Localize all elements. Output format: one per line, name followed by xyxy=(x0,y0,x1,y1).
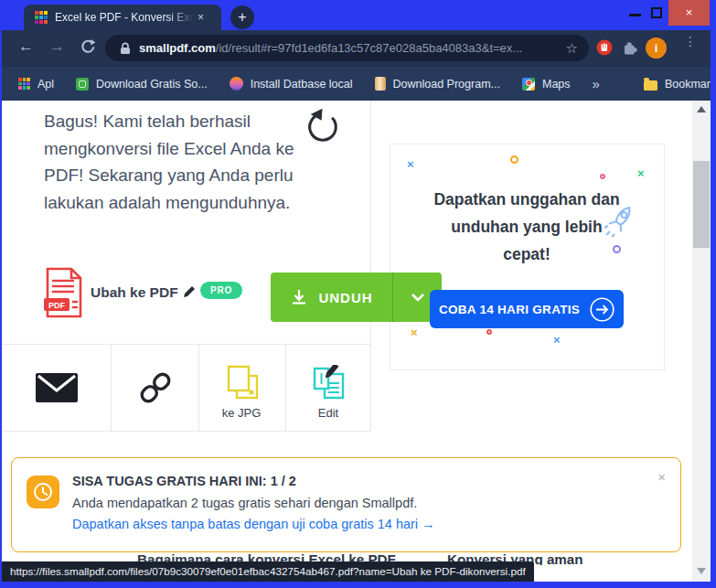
gradient-sphere-icon xyxy=(230,77,243,91)
chevron-down-icon xyxy=(411,293,425,302)
bookmark-label: Download Program... xyxy=(393,78,500,91)
bookmark-label: Install Datbase local xyxy=(251,78,353,91)
bookmark-item-download-gratis[interactable]: Download Gratis So... xyxy=(76,78,208,91)
reload-button[interactable] xyxy=(80,38,96,59)
link-chain-icon xyxy=(136,369,175,407)
quota-title: SISA TUGAS GRATIS HARI INI: 1 / 2 xyxy=(72,474,296,488)
adblock-extension-icon[interactable] xyxy=(596,39,613,59)
window-frame-right xyxy=(711,0,716,588)
browser-window: Excel ke PDF - Konversi Excel ke F × + ×… xyxy=(0,0,716,588)
status-url-bubble: https://files.smallpdf.com/files/07b9c30… xyxy=(2,561,534,582)
google-maps-icon xyxy=(522,78,535,91)
quota-trial-link[interactable]: Dapatkan akses tanpa batas dengan uji co… xyxy=(72,517,435,531)
download-icon xyxy=(290,288,308,306)
page-content: Bagus! Kami telah berhasil mengkonversi … xyxy=(2,101,692,582)
cell-divider xyxy=(285,345,286,431)
confetti-ring-red xyxy=(486,329,492,335)
url-text: smallpdf.com/id/result#r=97fd1ed6fa13c57… xyxy=(139,41,561,55)
confetti-x-blue2: × xyxy=(553,333,561,347)
bookmark-other-folder[interactable]: Bookmark lain xyxy=(644,78,716,91)
pdf-badge-text: PDF xyxy=(48,301,66,310)
tab-close-icon[interactable]: × xyxy=(198,11,204,24)
share-email-button[interactable] xyxy=(36,373,78,406)
scrollbar-thumb[interactable] xyxy=(693,161,710,248)
email-envelope-icon xyxy=(36,373,78,402)
reload-icon xyxy=(80,38,96,54)
bookmark-label: Bookmark lain xyxy=(665,78,716,91)
url-path: /id/result#r=97fd1ed6fa13c57c87e028a5ba4… xyxy=(216,41,522,55)
share-link-button[interactable] xyxy=(136,369,175,411)
forward-button[interactable]: → xyxy=(49,37,65,56)
lock-icon xyxy=(120,42,131,55)
confetti-ring-orange xyxy=(510,155,518,164)
browser-tab[interactable]: Excel ke PDF - Konversi Excel ke F × xyxy=(24,5,221,30)
download-button[interactable]: UNDUH xyxy=(271,273,442,322)
circled-arrow-icon xyxy=(590,297,614,322)
bookmark-item-apl[interactable]: Apl xyxy=(18,78,54,91)
bookmark-label: Download Gratis So... xyxy=(96,78,208,91)
restart-arrow-icon xyxy=(304,106,342,144)
bookmark-label: Maps xyxy=(542,78,571,91)
notice-close-icon[interactable]: × xyxy=(657,469,666,485)
file-name: Ubah ke PDF xyxy=(91,284,178,301)
cell-divider xyxy=(111,345,112,431)
download-button-label: UNDUH xyxy=(318,290,372,305)
to-jpg-button[interactable] xyxy=(226,365,261,405)
url-domain: smallpdf.com xyxy=(139,41,216,55)
confetti-x-yellow: × xyxy=(411,326,418,339)
bookmark-item-maps[interactable]: Maps xyxy=(522,78,571,91)
confetti-x-green: × xyxy=(637,166,645,180)
window-frame-bottom xyxy=(0,582,716,588)
menu-kebab-icon[interactable]: ⋮ xyxy=(684,38,697,45)
extensions-puzzle-icon[interactable] xyxy=(622,40,637,59)
share-options-row: ke JPG Edit xyxy=(2,344,371,432)
quota-notice: SISA TUGAS GRATIS HARI INI: 1 / 2 Anda m… xyxy=(11,457,681,552)
back-button[interactable]: ← xyxy=(18,37,34,56)
success-message: Bagus! Kami telah berhasil mengkonversi … xyxy=(44,108,309,216)
cell-divider xyxy=(198,345,199,431)
bookmarks-overflow-chevron[interactable]: » xyxy=(593,76,600,91)
bookmarks-bar: Apl Download Gratis So... Install Datbas… xyxy=(2,66,711,101)
edit-label: Edit xyxy=(287,406,369,420)
confetti-ring-pink xyxy=(600,174,605,179)
jpg-convert-icon xyxy=(226,365,261,401)
start-over-button[interactable] xyxy=(304,106,342,148)
scroll-down-arrow-icon[interactable] xyxy=(697,568,706,574)
new-tab-button[interactable]: + xyxy=(230,5,254,29)
quota-body: Anda mendapatkan 2 tugas gratis sehari d… xyxy=(72,496,417,510)
trial-cta-label: COBA 14 HARI GRATIS xyxy=(439,303,580,316)
folder-icon xyxy=(644,80,657,91)
tab-title: Excel ke PDF - Konversi Excel ke F xyxy=(55,11,194,24)
window-close-button[interactable]: × xyxy=(668,0,710,26)
clock-icon xyxy=(27,476,59,508)
pro-badge: PRO xyxy=(200,282,242,299)
minimize-button[interactable] xyxy=(629,14,641,16)
window-frame-left xyxy=(0,30,2,582)
confetti-ring-purple xyxy=(613,245,621,253)
browser-toolbar: ← → smallpdf.com/id/result#r=97fd1ed6fa1… xyxy=(2,30,711,66)
profile-avatar[interactable]: i xyxy=(646,37,667,59)
apps-grid-icon xyxy=(18,78,30,90)
pdf-file-icon: PDF xyxy=(44,267,84,322)
green-app-icon xyxy=(76,78,89,91)
to-jpg-label: ke JPG xyxy=(200,406,283,420)
orange-app-icon xyxy=(375,77,386,91)
trial-cta-button[interactable]: COBA 14 HARI GRATIS xyxy=(430,290,624,328)
bookmark-star-icon[interactable]: ☆ xyxy=(566,40,578,57)
address-bar[interactable]: smallpdf.com/id/result#r=97fd1ed6fa13c57… xyxy=(105,35,589,61)
edit-button[interactable] xyxy=(312,365,347,405)
bookmark-item-download-program[interactable]: Download Program... xyxy=(375,77,500,91)
edit-document-icon xyxy=(312,365,347,401)
rename-pencil-icon[interactable] xyxy=(183,285,196,302)
promo-card: Dapatkan unggahan dan unduhan yang lebih… xyxy=(390,144,665,370)
scroll-up-arrow-icon[interactable] xyxy=(697,106,706,112)
maximize-button[interactable] xyxy=(651,7,662,18)
bookmark-item-install-database[interactable]: Install Datbase local xyxy=(230,77,353,91)
smallpdf-favicon-icon xyxy=(35,11,48,24)
confetti-x-blue: × xyxy=(407,157,414,171)
bookmark-label: Apl xyxy=(37,78,54,91)
vertical-scrollbar[interactable] xyxy=(692,101,711,582)
download-button-main[interactable]: UNDUH xyxy=(271,273,392,322)
rocket-icon xyxy=(601,201,641,245)
title-bar: Excel ke PDF - Konversi Excel ke F × + × xyxy=(0,0,716,30)
